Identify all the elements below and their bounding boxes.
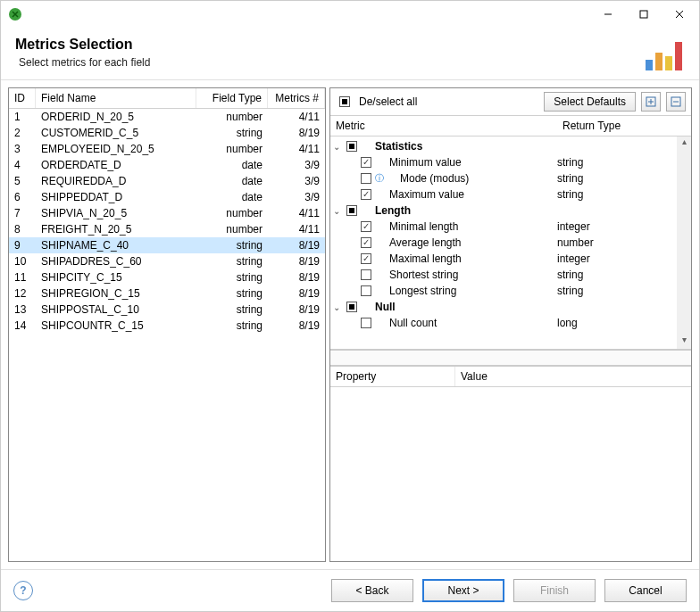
table-row[interactable]: 10SHIPADDRES_C_60string8/19 [9, 253, 325, 269]
col-property[interactable]: Property [330, 367, 455, 386]
chevron-down-icon[interactable]: ⌄ [330, 302, 343, 312]
next-button[interactable]: Next > [422, 579, 504, 602]
page-subtitle: Select metrics for each field [15, 56, 642, 69]
table-row[interactable]: 5REQUIREDDA_Ddate3/9 [9, 173, 325, 189]
status-strip [330, 351, 691, 367]
svg-rect-8 [675, 42, 682, 70]
col-field-type[interactable]: Field Type [196, 88, 268, 108]
col-return-type[interactable]: Return Type [557, 116, 691, 136]
table-row[interactable]: 6SHIPPEDDAT_Ddate3/9 [9, 189, 325, 205]
group-checkbox[interactable] [346, 205, 357, 216]
tree-group[interactable]: ⌄Statistics [330, 138, 691, 154]
metrics-tree: ⌄StatisticsMinimum valuestringⓘMode (mod… [330, 136, 691, 333]
svg-rect-7 [665, 56, 672, 70]
property-body [330, 387, 691, 561]
col-metric[interactable]: Metric [330, 116, 557, 136]
metric-checkbox[interactable] [361, 221, 371, 232]
group-checkbox[interactable] [346, 302, 357, 312]
metric-checkbox[interactable] [361, 318, 371, 328]
col-field-name[interactable]: Field Name [36, 88, 196, 108]
window: Metrics Selection Select metrics for eac… [0, 0, 700, 612]
cancel-button[interactable]: Cancel [604, 579, 687, 602]
fields-header-row: ID Field Name Field Type Metrics # [9, 88, 325, 109]
chevron-down-icon[interactable]: ⌄ [330, 142, 343, 152]
bar-chart-icon [642, 37, 685, 72]
back-button[interactable]: < Back [331, 579, 413, 602]
table-row[interactable]: 2CUSTOMERID_C_5string8/19 [9, 125, 325, 141]
header: Metrics Selection Select metrics for eac… [1, 28, 699, 80]
tree-item[interactable]: Minimum valuestring [330, 154, 691, 170]
metric-checkbox[interactable] [361, 237, 371, 248]
footer: ? < Back Next > Finish Cancel [1, 569, 699, 611]
col-value[interactable]: Value [455, 367, 691, 386]
table-row[interactable]: 1ORDERID_N_20_5number4/11 [9, 109, 325, 125]
table-row[interactable]: 13SHIPPOSTAL_C_10string8/19 [9, 302, 325, 318]
fields-panel: ID Field Name Field Type Metrics # 1ORDE… [8, 87, 326, 562]
expand-all-button[interactable] [641, 92, 661, 112]
tree-group[interactable]: ⌄Null [330, 299, 691, 315]
page-title: Metrics Selection [15, 37, 642, 53]
metric-checkbox[interactable] [361, 285, 371, 296]
table-row[interactable]: 11SHIPCITY_C_15string8/19 [9, 269, 325, 285]
finish-button: Finish [513, 579, 596, 602]
tree-item[interactable]: Null countlong [330, 315, 691, 331]
scroll-up-icon[interactable]: ▴ [677, 136, 691, 151]
metric-checkbox[interactable] [361, 189, 371, 200]
chevron-down-icon[interactable]: ⌄ [330, 206, 343, 216]
info-icon: ⓘ [375, 172, 384, 185]
tree-item[interactable]: Average lengthnumber [330, 235, 691, 251]
group-checkbox[interactable] [346, 141, 357, 152]
tree-item[interactable]: Longest stringstring [330, 283, 691, 299]
table-row[interactable]: 4ORDERDATE_Ddate3/9 [9, 157, 325, 173]
deselect-all-checkbox[interactable] [339, 96, 350, 107]
app-icon [8, 7, 22, 21]
tree-item[interactable]: Maximum valuestring [330, 186, 691, 203]
scroll-down-icon[interactable]: ▾ [677, 335, 691, 349]
tree-group[interactable]: ⌄Length [330, 203, 691, 219]
metric-checkbox[interactable] [361, 173, 371, 184]
close-button[interactable] [662, 2, 697, 27]
select-defaults-button[interactable]: Select Defaults [544, 92, 636, 112]
table-row[interactable]: 12SHIPREGION_C_15string8/19 [9, 285, 325, 302]
tree-item[interactable]: Maximal lengthinteger [330, 251, 691, 267]
deselect-all-label: De/select all [359, 95, 417, 108]
svg-rect-5 [646, 60, 653, 70]
tree-item[interactable]: ⓘMode (modus)string [330, 170, 691, 186]
tree-scrollbar[interactable]: ▴ ▾ [677, 136, 691, 349]
metrics-panel: De/select all Select Defaults Metric Ret… [329, 87, 692, 562]
fields-rows: 1ORDERID_N_20_5number4/112CUSTOMERID_C_5… [9, 109, 325, 561]
maximize-button[interactable] [626, 2, 662, 27]
table-row[interactable]: 8FREIGHT_N_20_5number4/11 [9, 221, 325, 237]
col-id[interactable]: ID [9, 88, 36, 108]
metric-checkbox[interactable] [361, 157, 371, 168]
svg-rect-6 [655, 53, 662, 70]
table-row[interactable]: 7SHIPVIA_N_20_5number4/11 [9, 205, 325, 221]
svg-rect-2 [640, 11, 647, 18]
minimize-button[interactable] [590, 2, 626, 27]
help-button[interactable]: ? [13, 581, 33, 600]
tree-item[interactable]: Minimal lengthinteger [330, 219, 691, 235]
metric-checkbox[interactable] [361, 269, 371, 280]
titlebar [1, 1, 699, 28]
table-row[interactable]: 14SHIPCOUNTR_C_15string8/19 [9, 318, 325, 334]
table-row[interactable]: 9SHIPNAME_C_40string8/19 [9, 237, 325, 253]
metric-checkbox[interactable] [361, 253, 371, 264]
col-metrics-count[interactable]: Metrics # [268, 88, 325, 108]
collapse-all-button[interactable] [666, 92, 686, 112]
table-row[interactable]: 3EMPLOYEEID_N_20_5number4/11 [9, 141, 325, 157]
tree-item[interactable]: Shortest stringstring [330, 267, 691, 283]
